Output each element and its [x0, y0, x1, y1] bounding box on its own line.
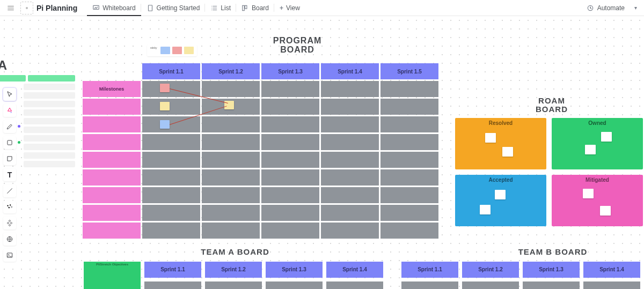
- program-row-header[interactable]: [83, 99, 141, 115]
- roam-mitigated[interactable]: Mitigated: [552, 175, 643, 226]
- program-cell[interactable]: [142, 116, 200, 132]
- ai-tool[interactable]: +: [3, 104, 16, 117]
- program-column-header[interactable]: Sprint 1.1: [142, 63, 200, 79]
- team-column-header[interactable]: Sprint 1.4: [326, 262, 383, 278]
- text-tool[interactable]: T: [3, 168, 16, 181]
- program-cell[interactable]: [142, 223, 200, 239]
- team-column-header[interactable]: Sprint 1.3: [266, 262, 323, 278]
- program-column-header[interactable]: Sprint 1.4: [321, 63, 379, 79]
- program-cell[interactable]: [202, 187, 260, 203]
- program-column-header[interactable]: Sprint 1.3: [261, 63, 319, 79]
- web-tool[interactable]: [3, 233, 16, 246]
- program-row-header[interactable]: [83, 169, 141, 186]
- program-cell[interactable]: [321, 134, 379, 150]
- program-cell[interactable]: [380, 187, 438, 203]
- program-row-header[interactable]: Milestones: [83, 81, 141, 97]
- program-cell[interactable]: [321, 99, 379, 115]
- pen-tool[interactable]: [3, 120, 16, 133]
- agenda-cell[interactable]: [24, 127, 75, 133]
- team-cell[interactable]: [523, 281, 580, 289]
- sticky-note[interactable]: [583, 189, 594, 198]
- team-cell[interactable]: [144, 281, 201, 289]
- team-cell[interactable]: [583, 281, 640, 289]
- program-cell[interactable]: [380, 223, 438, 239]
- roam-accepted[interactable]: Accepted: [455, 175, 546, 226]
- program-column-header[interactable]: Sprint 1.2: [202, 63, 260, 79]
- program-cell[interactable]: [261, 187, 319, 203]
- stamps-tool[interactable]: [3, 201, 16, 213]
- sticky-note[interactable]: [160, 102, 170, 110]
- program-cell[interactable]: [142, 81, 200, 97]
- team-column-header[interactable]: Sprint 1.2: [205, 262, 262, 278]
- program-cell[interactable]: [202, 81, 260, 97]
- pi-objectives-cell[interactable]: PI/Stretch Objectives: [84, 262, 141, 289]
- whiteboard-canvas[interactable]: + T NDA: [0, 16, 644, 289]
- program-cell[interactable]: [321, 205, 379, 221]
- program-cell[interactable]: [202, 116, 260, 132]
- program-cell[interactable]: [380, 152, 438, 168]
- program-row-header[interactable]: [83, 187, 141, 203]
- menu-button[interactable]: [4, 2, 17, 14]
- program-cell[interactable]: [202, 134, 260, 150]
- widgets-tool[interactable]: [3, 217, 16, 229]
- agenda-cell[interactable]: [24, 109, 75, 116]
- program-cell[interactable]: [261, 99, 319, 115]
- program-row-header[interactable]: [83, 223, 141, 239]
- agenda-cell[interactable]: [24, 92, 75, 99]
- tab-getting-started[interactable]: Getting Started: [141, 0, 206, 16]
- program-cell[interactable]: [142, 152, 200, 168]
- image-tool[interactable]: [3, 249, 16, 262]
- agenda-cell[interactable]: [24, 101, 75, 107]
- program-cell[interactable]: [321, 116, 379, 132]
- program-cell[interactable]: [202, 223, 260, 239]
- team-b-board[interactable]: TEAM B BOARD Sprint 1.1Sprint 1.2Sprint …: [401, 248, 644, 289]
- automate-button[interactable]: Automate: [583, 4, 628, 12]
- program-cell[interactable]: [380, 169, 438, 186]
- tab-list[interactable]: List: [205, 0, 236, 16]
- sticky-tool[interactable]: [3, 152, 16, 165]
- agenda-cell[interactable]: [28, 75, 75, 81]
- program-row-header[interactable]: [83, 134, 141, 150]
- tab-board[interactable]: Board: [236, 0, 274, 16]
- sticky-note[interactable]: [224, 101, 234, 109]
- program-cell[interactable]: [321, 223, 379, 239]
- sticky-note[interactable]: [480, 205, 491, 214]
- program-cell[interactable]: [142, 134, 200, 150]
- breadcrumb-icon[interactable]: [20, 2, 33, 14]
- sticky-note[interactable]: [502, 147, 513, 157]
- program-cell[interactable]: [321, 152, 379, 168]
- program-cell[interactable]: [321, 169, 379, 186]
- program-row-header[interactable]: [83, 152, 141, 168]
- agenda-cell[interactable]: [24, 118, 75, 124]
- sticky-note[interactable]: [160, 84, 170, 92]
- agenda-cell[interactable]: [24, 161, 75, 167]
- roam-resolved[interactable]: Resolved: [455, 118, 546, 169]
- team-column-header[interactable]: Sprint 1.2: [462, 262, 519, 278]
- program-cell[interactable]: [202, 169, 260, 186]
- program-cell[interactable]: [202, 152, 260, 168]
- program-cell[interactable]: [142, 169, 200, 186]
- program-cell[interactable]: [261, 223, 319, 239]
- agenda-cell[interactable]: [24, 152, 75, 159]
- program-cell[interactable]: [261, 152, 319, 168]
- program-cell[interactable]: [142, 205, 200, 221]
- sticky-note[interactable]: [495, 190, 506, 199]
- tab-whiteboard[interactable]: Whiteboard: [87, 0, 141, 16]
- program-cell[interactable]: [142, 187, 200, 203]
- program-cell[interactable]: [261, 205, 319, 221]
- agenda-cell[interactable]: [24, 144, 75, 150]
- add-view-button[interactable]: + View: [274, 0, 305, 16]
- program-cell[interactable]: [261, 116, 319, 132]
- program-cell[interactable]: [380, 134, 438, 150]
- team-cell[interactable]: [266, 281, 323, 289]
- program-column-header[interactable]: Sprint 1.5: [380, 63, 438, 79]
- program-cell[interactable]: [380, 116, 438, 132]
- chevron-down-icon[interactable]: ▾: [631, 5, 640, 11]
- sticky-note[interactable]: [485, 133, 496, 143]
- sticky-note[interactable]: [585, 145, 596, 154]
- team-column-header[interactable]: Sprint 1.4: [583, 262, 640, 278]
- agenda-cell[interactable]: [24, 135, 75, 142]
- team-column-header[interactable]: Sprint 1.3: [523, 262, 580, 278]
- program-cell[interactable]: [142, 99, 200, 115]
- roam-owned[interactable]: Owned: [552, 118, 643, 169]
